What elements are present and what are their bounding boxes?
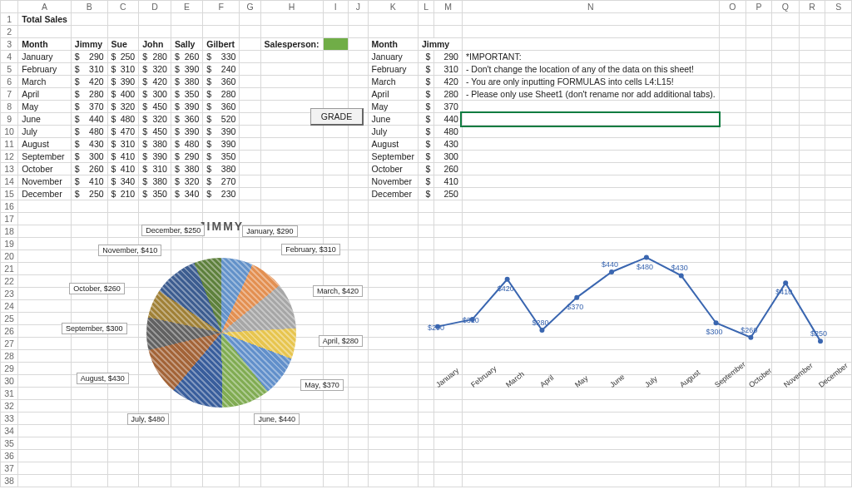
cell-N8[interactable] [462,101,719,113]
cell-S16[interactable] [825,200,852,213]
grade-button[interactable]: GRADE [310,108,364,126]
right-val-8[interactable]: 300 [434,151,463,163]
note-important[interactable]: *IMPORTANT: [462,51,719,63]
cell-M1[interactable] [434,13,463,26]
cell-R3[interactable] [799,38,825,51]
cell-I7[interactable] [323,88,349,101]
cell-Q36[interactable] [772,450,799,462]
cell-Q17[interactable] [772,213,799,225]
sales-jimmy-10[interactable]: $410 [71,175,107,188]
row-header-26[interactable]: 26 [1,325,18,338]
sales-sue-4[interactable]: $320 [107,101,139,113]
cell-K1[interactable] [368,13,418,26]
cell-A35[interactable] [18,437,72,450]
sales-jimmy-3[interactable]: $280 [71,88,107,101]
right-month-4[interactable]: May [368,101,418,113]
sales-sally-2[interactable]: $380 [171,76,202,88]
right-month-1[interactable]: February [368,63,418,76]
cell-G6[interactable] [240,76,260,88]
cell-J11[interactable] [349,138,368,151]
cell-C1[interactable] [107,13,139,26]
sales-jimmy-11[interactable]: $250 [71,188,107,200]
right-val-2[interactable]: 420 [434,76,463,88]
row-header-5[interactable]: 5 [1,63,18,76]
cell-Q1[interactable] [772,13,799,26]
cell-P37[interactable] [746,462,772,475]
cell-A37[interactable] [18,462,72,475]
cell-D2[interactable] [139,26,171,38]
cell-G11[interactable] [240,138,260,151]
month-8[interactable]: September [18,151,72,163]
cell-D16[interactable] [139,200,171,213]
cell-B35[interactable] [71,437,107,450]
cell-A38[interactable] [18,475,72,487]
cell-F34[interactable] [203,425,240,437]
cell-G37[interactable] [240,462,260,475]
cell-B36[interactable] [71,450,107,462]
note-line3[interactable]: - Please only use Sheet1 (don't rename n… [462,88,719,101]
row-header-20[interactable]: 20 [1,250,18,263]
cell-G5[interactable] [240,63,260,76]
cell-N1[interactable] [462,13,719,26]
cell-I4[interactable] [323,51,349,63]
cell-R4[interactable] [799,51,825,63]
right-header-person[interactable]: Jimmy [418,38,462,51]
cell-S2[interactable] [825,26,852,38]
sales-sue-8[interactable]: $410 [107,151,139,163]
note-line1[interactable]: - Don't change the location of any of th… [462,63,719,76]
cell-N15[interactable] [462,188,719,200]
cell-R15[interactable] [799,188,825,200]
sales-sally-10[interactable]: $320 [171,175,202,188]
cell-H5[interactable] [260,63,323,76]
cell-G38[interactable] [240,475,260,487]
right-val-7[interactable]: 430 [434,138,463,151]
sales-sue-2[interactable]: $390 [107,76,139,88]
month-5[interactable]: June [18,113,72,126]
cell-P13[interactable] [746,163,772,175]
cell-R9[interactable] [799,113,825,126]
sales-sue-7[interactable]: $310 [107,138,139,151]
cell-F33[interactable] [203,413,240,425]
col-header-M[interactable]: M [434,1,463,13]
cell-N38[interactable] [462,475,719,487]
row-header-11[interactable]: 11 [1,138,18,151]
month-1[interactable]: February [18,63,72,76]
cell-Q7[interactable] [772,88,799,101]
cell-G2[interactable] [240,26,260,38]
cell-M37[interactable] [434,462,463,475]
cell-I5[interactable] [323,63,349,76]
cell-B1[interactable] [71,13,107,26]
header-jimmy[interactable]: Jimmy [71,38,107,51]
cell-G36[interactable] [240,450,260,462]
cell-S12[interactable] [825,151,852,163]
sales-jimmy-7[interactable]: $430 [71,138,107,151]
salesperson-input[interactable] [323,38,349,51]
cell-Q3[interactable] [772,38,799,51]
cell-F36[interactable] [203,450,240,462]
cell-E37[interactable] [171,462,202,475]
sales-jimmy-4[interactable]: $370 [71,101,107,113]
cell-S1[interactable] [825,13,852,26]
sales-john-8[interactable]: $390 [139,151,171,163]
col-header-H[interactable]: H [260,1,323,13]
row-header-9[interactable]: 9 [1,113,18,126]
cell-R5[interactable] [799,63,825,76]
cell-M17[interactable] [434,213,463,225]
cell-R11[interactable] [799,138,825,151]
cell-S13[interactable] [825,163,852,175]
right-val-11[interactable]: 250 [434,188,463,200]
sales-gilbert-3[interactable]: $280 [203,88,240,101]
cell-H13[interactable] [260,163,323,175]
row-header-18[interactable]: 18 [1,225,18,238]
cell-K2[interactable] [368,26,418,38]
cell-N13[interactable] [462,163,719,175]
cell-O2[interactable] [719,26,746,38]
cell-B16[interactable] [71,200,107,213]
cell-L4[interactable]: $ [418,51,433,63]
cell-P12[interactable] [746,151,772,163]
salesperson-label[interactable]: Salesperson: [260,38,323,51]
cell-G9[interactable] [240,113,260,126]
cell-J7[interactable] [349,88,368,101]
cell-J37[interactable] [349,462,368,475]
cell-O4[interactable] [719,51,746,63]
